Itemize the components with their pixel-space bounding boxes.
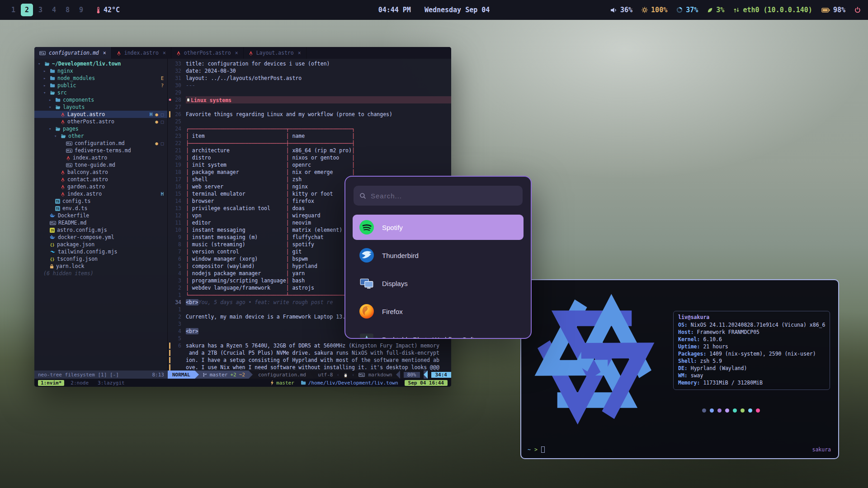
tmux-window-2-node[interactable]: 2:node (68, 380, 91, 386)
tree-root[interactable]: ▾~/Development/liv.town (34, 60, 167, 67)
gauge-icon (676, 7, 683, 13)
tree-file-package-json[interactable]: {}package.json (34, 241, 167, 248)
tree-file-contact-astro[interactable]: contact.astro (34, 176, 167, 183)
launcher-item-spotify[interactable]: Spotify (353, 215, 524, 240)
line-content: ├───────────────────────────────┼───────… (186, 140, 451, 147)
launcher-item-darktable-photo-workflow-software[interactable]: Darktable Photo Workflow Software (353, 327, 524, 339)
tree-file-configuration-md[interactable]: configuration.md●□ (34, 140, 167, 147)
tree-file-docker-compose-yml[interactable]: docker-compose.yml (34, 234, 167, 241)
tree-dir-nginx[interactable]: ▸nginx (34, 67, 167, 75)
workspace-2[interactable]: 2 (21, 4, 33, 16)
tab-configuration-md[interactable]: configuration.md× (34, 47, 112, 59)
tree-file-astro-config-mjs[interactable]: JSastro.config.mjs (34, 226, 167, 234)
palette-dot (725, 408, 729, 413)
tree-badge: ● (155, 112, 158, 117)
tree-file-index-astro[interactable]: index.astro (34, 154, 167, 161)
tree-file-dockerfile[interactable]: Dockerfile (34, 212, 167, 219)
table-cell-item: browser (192, 197, 286, 205)
palette-dot (702, 408, 706, 413)
tab-otherpost-astro[interactable]: otherPost.astro× (171, 47, 244, 59)
launcher-item-label: Thunderbird (382, 252, 419, 259)
tree-dir-public[interactable]: ▸public? (34, 82, 167, 89)
line-content: │ item│ name│ (186, 132, 451, 140)
tree-item-label: other (68, 133, 84, 139)
topbar-module-network[interactable]: eth0 (10.0.0.140) (733, 6, 812, 14)
fetch-line-de: DE: Hyprland (Wayland) (678, 365, 825, 372)
diff-modified: ~2 (239, 372, 245, 378)
tab-layout-astro[interactable]: Layout.astro× (244, 47, 307, 59)
terminal-window[interactable]: liv@sakura OS: NixOS 24.11.20240828.71e9… (520, 279, 839, 459)
workspace-4[interactable]: 4 (48, 4, 60, 16)
topbar-module-gauge[interactable]: 37% (676, 6, 698, 14)
line-content: and a 2TB (Crucial P5 Plus) NVMe drive. … (186, 349, 451, 357)
line-content: layout: ../../layouts/otherPost.astro (186, 75, 451, 82)
mode-indicator: NORMAL (168, 371, 195, 379)
tree-dir-layouts[interactable]: ▾layouts (34, 103, 167, 111)
tree-file-index-astro[interactable]: index.astroH (34, 190, 167, 197)
tree-file-layout-astro[interactable]: Layout.astroH●□ (34, 111, 167, 118)
tree-dir-pages[interactable]: ▾pages (34, 125, 167, 132)
close-icon[interactable]: × (235, 50, 238, 56)
tree-file-readme-md[interactable]: README.md (34, 219, 167, 226)
tree-badges: E (161, 75, 164, 81)
tree-file-garden-astro[interactable]: garden.astro (34, 183, 167, 190)
temperature-widget[interactable]: 42°C (96, 6, 120, 14)
close-icon[interactable]: × (298, 50, 301, 56)
tree-file-tone-guide-md[interactable]: tone-guide.md (34, 161, 167, 169)
astro-icon (66, 155, 71, 160)
neotree-cursor-position: 8:13 (152, 372, 165, 378)
tree-file-balcony-astro[interactable]: balcony.astro (34, 169, 167, 176)
module-value: eth0 (10.0.0.140) (743, 6, 812, 14)
editor-line: 19│ init system│ openrc│ (168, 161, 451, 169)
topbar-module-power[interactable] (854, 7, 861, 13)
tree-file-config-ts[interactable]: TSconfig.ts (34, 197, 167, 205)
tree-file-tailwind-config-mjs[interactable]: tailwind.config.mjs (34, 248, 167, 255)
close-icon[interactable]: × (163, 50, 166, 56)
launcher-search[interactable] (354, 186, 523, 206)
tab-label: Layout.astro (256, 50, 294, 56)
workspace-9[interactable]: 9 (75, 4, 87, 16)
tree-file-otherpost-astro[interactable]: otherPost.astro●□ (34, 118, 167, 125)
shell-prompt[interactable]: ~ > (528, 446, 545, 453)
launcher-item-firefox[interactable]: Firefox (353, 299, 524, 324)
tree-file-yarn-lock[interactable]: yarn.lock (34, 263, 167, 270)
fetch-label: Uptime: (678, 343, 700, 350)
tree-dir-other[interactable]: ▾other (34, 132, 167, 140)
workspace-3[interactable]: 3 (34, 4, 47, 16)
tree-item-label: tone-guide.md (75, 162, 115, 168)
topbar-module-leaf[interactable]: 3% (707, 6, 724, 14)
tree-dir-node-modules[interactable]: ▸node_modulesE (34, 75, 167, 82)
sign-column (168, 263, 172, 270)
tree-file-fediverse-terms-md[interactable]: fediverse-terms.md (34, 147, 167, 154)
tree-file-tsconfig-json[interactable]: {}tsconfig.json (34, 255, 167, 263)
tmux-window-1-nvim[interactable]: 1:nvim* (38, 380, 64, 386)
tree-dir-src[interactable]: ▾src (34, 89, 167, 96)
tree-item-label: public (57, 82, 76, 89)
topbar-module-gear[interactable]: 100% (642, 6, 667, 14)
topbar-module-volume[interactable]: 36% (610, 6, 632, 14)
tree-item-label: ~/Development/liv.town (52, 61, 121, 67)
tab-index-astro[interactable]: index.astro× (112, 47, 171, 59)
astro-icon (61, 119, 65, 124)
line-number: 5 (172, 335, 186, 342)
tree-item-label: (6 hidden items) (43, 270, 94, 277)
workspace-1[interactable]: 1 (7, 4, 19, 16)
launcher-item-displays[interactable]: Displays (353, 271, 524, 296)
table-cell-name: openrc (292, 161, 352, 169)
tree-dir-components[interactable]: ▸components (34, 96, 167, 103)
tmux-window-3-lazygit[interactable]: 3:lazygit (95, 380, 127, 386)
tree-file-env-d-ts[interactable]: TSenv.d.ts (34, 205, 167, 212)
topbar-modules: 36%100%37%3%eth0 (10.0.0.140)98% (610, 6, 861, 14)
search-input[interactable] (371, 192, 517, 200)
tree-item-label: tailwind.config.mjs (58, 249, 118, 255)
table-cell-name: neovim (292, 219, 352, 226)
thermometer-icon (96, 7, 100, 14)
neotree-status-text: neo-tree filesystem [1] [-] (38, 372, 119, 378)
workspace-8[interactable]: 8 (61, 4, 74, 16)
astro-icon (61, 170, 65, 175)
line-number: 10 (172, 226, 186, 234)
launcher-item-thunderbird[interactable]: Thunderbird (353, 243, 524, 268)
displays-icon (359, 276, 374, 291)
close-icon[interactable]: × (103, 50, 106, 56)
topbar-module-battery[interactable]: 98% (821, 6, 845, 14)
